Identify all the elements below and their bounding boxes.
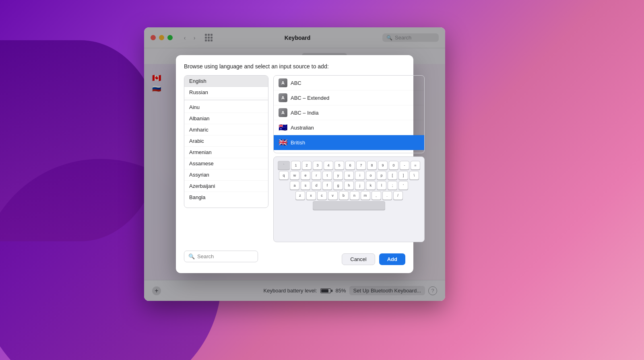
kb-b: b — [339, 191, 349, 200]
kb-g: g — [333, 181, 343, 190]
kb-w: w — [290, 171, 299, 180]
kb-lbracket: [ — [388, 171, 397, 180]
kb-slash: / — [393, 191, 403, 200]
british-pc-flag: 🇬🇧 — [279, 153, 287, 153]
kb-k: k — [366, 181, 376, 190]
input-british-pc[interactable]: 🇬🇧 British – PC — [274, 150, 424, 153]
input-abc[interactable]: A ABC — [274, 76, 424, 91]
kb-5: 5 — [334, 161, 344, 170]
kb-backtick: ` — [278, 161, 290, 170]
kb-p: p — [377, 171, 386, 180]
kb-7: 7 — [356, 161, 366, 170]
kb-r: r — [312, 171, 321, 180]
kb-row-1: ` 1 2 3 4 5 6 7 8 9 0 - = — [278, 161, 420, 170]
input-abc-extended[interactable]: A ABC – Extended — [274, 91, 424, 105]
kb-equals: = — [411, 161, 420, 170]
abc-india-icon: A — [279, 108, 287, 117]
british-flag: 🇬🇧 — [279, 138, 287, 147]
kb-row-3: a s d f g h j k l ; ' — [278, 181, 420, 190]
lang-armenian[interactable]: Armenian — [184, 147, 268, 158]
kb-y: y — [333, 171, 343, 180]
kb-i: i — [355, 171, 365, 180]
keyboard-preview: ` 1 2 3 4 5 6 7 8 9 0 - = — [273, 156, 425, 243]
lang-english[interactable]: English — [184, 76, 268, 87]
kb-m: m — [361, 191, 370, 200]
kb-6: 6 — [345, 161, 355, 170]
input-source-list[interactable]: A ABC A ABC – Extended A ABC – India � — [273, 75, 425, 153]
kb-minus: - — [400, 161, 409, 170]
lang-amharic[interactable]: Amharic — [184, 124, 268, 136]
kb-period: . — [382, 191, 392, 200]
kb-1: 1 — [291, 161, 301, 170]
kb-l: l — [377, 181, 386, 190]
input-abc-india[interactable]: A ABC – India — [274, 105, 424, 120]
kb-s: s — [301, 181, 310, 190]
kb-quote: ' — [398, 181, 408, 190]
modal-search-container[interactable]: 🔍 — [184, 251, 258, 262]
australian-flag: 🇦🇺 — [279, 123, 287, 132]
kb-h: h — [344, 181, 354, 190]
lang-arabic[interactable]: Arabic — [184, 136, 268, 147]
modal-footer-row: 🔍 Cancel Add — [184, 248, 405, 265]
kb-f: f — [322, 181, 332, 190]
modal-overlay: Browse using language and select an inpu… — [144, 27, 445, 301]
modal-title: Browse using language and select an inpu… — [184, 63, 405, 70]
modal-body: English Russian Ainu Albanian Amharic — [184, 75, 405, 242]
kb-a: a — [290, 181, 299, 190]
abc-icon: A — [279, 78, 287, 87]
cancel-button[interactable]: Cancel — [342, 253, 375, 265]
kb-space — [313, 201, 385, 210]
lang-albanian[interactable]: Albanian — [184, 113, 268, 124]
kb-e: e — [301, 171, 310, 180]
kb-d: d — [312, 181, 321, 190]
kb-backslash: \ — [409, 171, 419, 180]
kb-j: j — [355, 181, 365, 190]
keyboard-window: ‹ › Keyboard 🔍 Search Keyboard Text Shor… — [144, 27, 445, 301]
kb-3: 3 — [313, 161, 322, 170]
modal-buttons: Cancel Add — [342, 253, 405, 265]
kb-0: 0 — [389, 161, 398, 170]
kb-o: o — [366, 171, 376, 180]
add-button[interactable]: Add — [379, 253, 405, 265]
lang-assyrian[interactable]: Assyrian — [184, 169, 268, 181]
kb-z: z — [295, 191, 305, 200]
kb-4: 4 — [324, 161, 333, 170]
kb-row-2: q w e r t y u i o p [ ] \ — [278, 171, 420, 180]
input-british[interactable]: 🇬🇧 British — [274, 135, 424, 150]
kb-8: 8 — [367, 161, 377, 170]
modal-search-icon: 🔍 — [188, 253, 195, 259]
language-list[interactable]: English Russian Ainu Albanian Amharic — [184, 75, 268, 208]
kb-x: x — [306, 191, 316, 200]
add-input-source-modal: Browse using language and select an inpu… — [176, 55, 413, 273]
kb-semicolon: ; — [388, 181, 397, 190]
kb-comma: , — [372, 191, 381, 200]
kb-u: u — [344, 171, 354, 180]
kb-row-4: z x c v b n m , . / — [278, 191, 420, 200]
kb-c: c — [317, 191, 327, 200]
kb-rbracket: ] — [398, 171, 408, 180]
modal-search-input[interactable] — [197, 253, 254, 259]
input-australian[interactable]: 🇦🇺 Australian — [274, 120, 424, 135]
lang-ainu[interactable]: Ainu — [184, 102, 268, 113]
lang-bangla[interactable]: Bangla — [184, 192, 268, 203]
kb-v: v — [328, 191, 338, 200]
kb-2: 2 — [302, 161, 312, 170]
lang-assamese[interactable]: Assamese — [184, 158, 268, 169]
kb-t: t — [322, 171, 332, 180]
kb-n: n — [350, 191, 359, 200]
kb-row-5 — [278, 201, 420, 210]
lang-azerbaijani[interactable]: Azerbaijani — [184, 181, 268, 192]
kb-9: 9 — [378, 161, 388, 170]
kb-q: q — [279, 171, 289, 180]
abc-extended-icon: A — [279, 93, 287, 102]
modal-right: A ABC A ABC – Extended A ABC – India � — [273, 75, 425, 242]
lang-russian[interactable]: Russian — [184, 87, 268, 98]
